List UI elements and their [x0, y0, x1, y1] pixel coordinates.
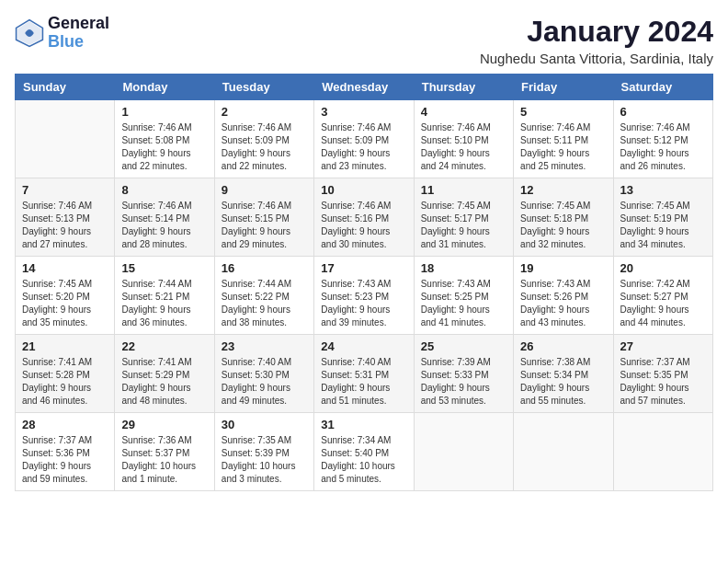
- logo-icon: [15, 18, 44, 48]
- calendar-cell: 3Sunrise: 7:46 AM Sunset: 5:09 PM Daylig…: [314, 100, 414, 178]
- day-info: Sunrise: 7:41 AM Sunset: 5:28 PM Dayligh…: [22, 356, 108, 408]
- day-number: 2: [222, 105, 307, 119]
- day-number: 27: [620, 339, 706, 353]
- calendar-cell: 29Sunrise: 7:36 AM Sunset: 5:37 PM Dayli…: [115, 413, 214, 491]
- day-info: Sunrise: 7:44 AM Sunset: 5:21 PM Dayligh…: [121, 278, 207, 329]
- day-info: Sunrise: 7:45 AM Sunset: 5:20 PM Dayligh…: [22, 278, 108, 329]
- day-number: 1: [121, 105, 207, 119]
- day-info: Sunrise: 7:46 AM Sunset: 5:09 PM Dayligh…: [222, 121, 307, 173]
- day-number: 28: [22, 418, 108, 431]
- calendar-cell: 30Sunrise: 7:35 AM Sunset: 5:39 PM Dayli…: [214, 413, 313, 491]
- calendar-cell: 8Sunrise: 7:46 AM Sunset: 5:14 PM Daylig…: [115, 178, 214, 257]
- page-header: General Blue January 2024 Nughedu Santa …: [15, 15, 713, 66]
- day-number: 9: [222, 183, 307, 197]
- day-info: Sunrise: 7:45 AM Sunset: 5:17 PM Dayligh…: [421, 200, 506, 251]
- calendar-cell: 7Sunrise: 7:46 AM Sunset: 5:13 PM Daylig…: [16, 178, 115, 257]
- calendar-cell: 18Sunrise: 7:43 AM Sunset: 5:25 PM Dayli…: [414, 257, 513, 335]
- day-info: Sunrise: 7:46 AM Sunset: 5:13 PM Dayligh…: [22, 200, 108, 251]
- day-info: Sunrise: 7:46 AM Sunset: 5:08 PM Dayligh…: [121, 121, 207, 173]
- day-number: 7: [22, 183, 108, 197]
- day-info: Sunrise: 7:39 AM Sunset: 5:33 PM Dayligh…: [421, 356, 506, 408]
- calendar-cell: [414, 413, 513, 491]
- day-info: Sunrise: 7:38 AM Sunset: 5:34 PM Dayligh…: [520, 356, 606, 408]
- calendar-cell: 14Sunrise: 7:45 AM Sunset: 5:20 PM Dayli…: [16, 257, 115, 335]
- day-info: Sunrise: 7:46 AM Sunset: 5:11 PM Dayligh…: [520, 121, 606, 173]
- day-info: Sunrise: 7:43 AM Sunset: 5:25 PM Dayligh…: [421, 278, 506, 329]
- day-info: Sunrise: 7:40 AM Sunset: 5:30 PM Dayligh…: [222, 356, 307, 408]
- day-number: 25: [421, 339, 506, 353]
- calendar-week-row: 1Sunrise: 7:46 AM Sunset: 5:08 PM Daylig…: [16, 100, 713, 178]
- day-info: Sunrise: 7:45 AM Sunset: 5:18 PM Dayligh…: [520, 200, 606, 251]
- day-number: 19: [520, 261, 606, 275]
- day-info: Sunrise: 7:46 AM Sunset: 5:15 PM Dayligh…: [222, 200, 307, 251]
- calendar-cell: 20Sunrise: 7:42 AM Sunset: 5:27 PM Dayli…: [613, 257, 712, 335]
- calendar-week-row: 14Sunrise: 7:45 AM Sunset: 5:20 PM Dayli…: [16, 257, 713, 335]
- day-number: 5: [520, 105, 606, 119]
- day-number: 15: [121, 261, 207, 275]
- day-number: 24: [321, 339, 406, 353]
- day-info: Sunrise: 7:43 AM Sunset: 5:26 PM Dayligh…: [520, 278, 606, 329]
- calendar-cell: 17Sunrise: 7:43 AM Sunset: 5:23 PM Dayli…: [314, 257, 414, 335]
- weekday-header-monday: Monday: [115, 75, 214, 100]
- day-number: 30: [222, 418, 307, 431]
- calendar-week-row: 21Sunrise: 7:41 AM Sunset: 5:28 PM Dayli…: [16, 335, 713, 413]
- location-subtitle: Nughedu Santa Vittoria, Sardinia, Italy: [480, 51, 713, 66]
- day-number: 20: [620, 261, 706, 275]
- day-number: 4: [421, 105, 506, 119]
- calendar-cell: 31Sunrise: 7:34 AM Sunset: 5:40 PM Dayli…: [314, 413, 414, 491]
- calendar-week-row: 7Sunrise: 7:46 AM Sunset: 5:13 PM Daylig…: [16, 178, 713, 257]
- calendar-cell: 16Sunrise: 7:44 AM Sunset: 5:22 PM Dayli…: [214, 257, 313, 335]
- day-number: 11: [421, 183, 506, 197]
- calendar-cell: 10Sunrise: 7:46 AM Sunset: 5:16 PM Dayli…: [314, 178, 414, 257]
- calendar-cell: [16, 100, 115, 178]
- day-number: 13: [620, 183, 706, 197]
- day-number: 23: [222, 339, 307, 353]
- logo: General Blue: [15, 15, 109, 52]
- day-number: 31: [321, 418, 406, 431]
- weekday-header-friday: Friday: [514, 75, 613, 100]
- day-info: Sunrise: 7:36 AM Sunset: 5:37 PM Dayligh…: [121, 434, 207, 486]
- day-number: 10: [321, 183, 406, 197]
- weekday-header-tuesday: Tuesday: [214, 75, 313, 100]
- calendar-cell: 26Sunrise: 7:38 AM Sunset: 5:34 PM Dayli…: [514, 335, 613, 413]
- weekday-header-sunday: Sunday: [16, 75, 115, 100]
- day-number: 22: [121, 339, 207, 353]
- day-info: Sunrise: 7:45 AM Sunset: 5:19 PM Dayligh…: [620, 200, 706, 251]
- calendar-cell: 12Sunrise: 7:45 AM Sunset: 5:18 PM Dayli…: [514, 178, 613, 257]
- calendar-cell: 1Sunrise: 7:46 AM Sunset: 5:08 PM Daylig…: [115, 100, 214, 178]
- day-number: 12: [520, 183, 606, 197]
- day-number: 29: [121, 418, 207, 431]
- calendar-cell: 23Sunrise: 7:40 AM Sunset: 5:30 PM Dayli…: [214, 335, 313, 413]
- weekday-header-saturday: Saturday: [613, 75, 712, 100]
- day-number: 16: [222, 261, 307, 275]
- calendar-cell: 27Sunrise: 7:37 AM Sunset: 5:35 PM Dayli…: [613, 335, 712, 413]
- calendar-cell: 15Sunrise: 7:44 AM Sunset: 5:21 PM Dayli…: [115, 257, 214, 335]
- weekday-header-thursday: Thursday: [414, 75, 513, 100]
- day-info: Sunrise: 7:37 AM Sunset: 5:35 PM Dayligh…: [620, 356, 706, 408]
- day-info: Sunrise: 7:46 AM Sunset: 5:09 PM Dayligh…: [321, 121, 406, 173]
- calendar-cell: 9Sunrise: 7:46 AM Sunset: 5:15 PM Daylig…: [214, 178, 313, 257]
- day-info: Sunrise: 7:34 AM Sunset: 5:40 PM Dayligh…: [321, 434, 406, 486]
- calendar-table: SundayMondayTuesdayWednesdayThursdayFrid…: [15, 74, 713, 491]
- calendar-cell: 6Sunrise: 7:46 AM Sunset: 5:12 PM Daylig…: [613, 100, 712, 178]
- day-info: Sunrise: 7:46 AM Sunset: 5:16 PM Dayligh…: [321, 200, 406, 251]
- calendar-cell: 19Sunrise: 7:43 AM Sunset: 5:26 PM Dayli…: [514, 257, 613, 335]
- title-block: January 2024 Nughedu Santa Vittoria, Sar…: [480, 15, 713, 66]
- day-info: Sunrise: 7:43 AM Sunset: 5:23 PM Dayligh…: [321, 278, 406, 329]
- day-number: 14: [22, 261, 108, 275]
- calendar-cell: 4Sunrise: 7:46 AM Sunset: 5:10 PM Daylig…: [414, 100, 513, 178]
- day-number: 8: [121, 183, 207, 197]
- calendar-cell: 22Sunrise: 7:41 AM Sunset: 5:29 PM Dayli…: [115, 335, 214, 413]
- day-info: Sunrise: 7:44 AM Sunset: 5:22 PM Dayligh…: [222, 278, 307, 329]
- month-year-title: January 2024: [480, 15, 713, 49]
- day-info: Sunrise: 7:46 AM Sunset: 5:14 PM Dayligh…: [121, 200, 207, 251]
- calendar-cell: 5Sunrise: 7:46 AM Sunset: 5:11 PM Daylig…: [514, 100, 613, 178]
- day-number: 18: [421, 261, 506, 275]
- day-info: Sunrise: 7:41 AM Sunset: 5:29 PM Dayligh…: [121, 356, 207, 408]
- day-info: Sunrise: 7:35 AM Sunset: 5:39 PM Dayligh…: [222, 434, 307, 486]
- calendar-cell: 11Sunrise: 7:45 AM Sunset: 5:17 PM Dayli…: [414, 178, 513, 257]
- day-info: Sunrise: 7:40 AM Sunset: 5:31 PM Dayligh…: [321, 356, 406, 408]
- day-number: 6: [620, 105, 706, 119]
- day-info: Sunrise: 7:42 AM Sunset: 5:27 PM Dayligh…: [620, 278, 706, 329]
- day-info: Sunrise: 7:46 AM Sunset: 5:10 PM Dayligh…: [421, 121, 506, 173]
